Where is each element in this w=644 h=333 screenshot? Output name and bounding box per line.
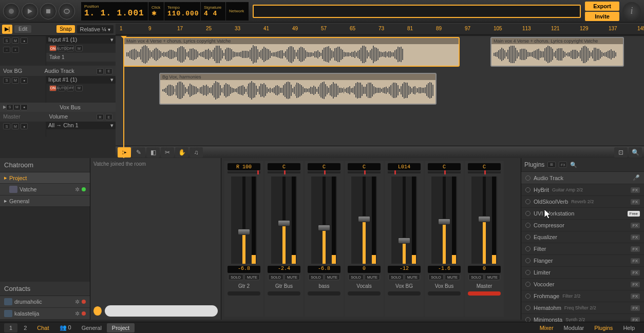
plugin-item[interactable]: HematohmFreq Shifter 2/2FX (521, 302, 644, 314)
channel-bar[interactable] (268, 291, 300, 296)
info-button[interactable]: i (622, 2, 641, 21)
zoom-fit[interactable]: ⊡ (614, 147, 628, 158)
fader[interactable] (471, 177, 497, 264)
channel-bar[interactable] (388, 291, 421, 296)
audio-clip[interactable]: Main vox 4 Verse + chorus. Lyrics copyri… (490, 37, 624, 67)
solo-button[interactable]: SOLO (268, 274, 283, 280)
power-icon[interactable] (525, 270, 531, 275)
plugin-item[interactable]: CompressorFX (521, 220, 644, 231)
on-btn[interactable]: ON (49, 45, 56, 51)
zoom-tool[interactable]: 🔍 (629, 147, 642, 158)
contact-item[interactable]: kalastelija✲ (0, 308, 90, 320)
mute-button[interactable]: MUTE (325, 274, 340, 280)
input-select[interactable]: Input #1 (1)▾ (46, 36, 116, 44)
plugin-item[interactable]: EqualizerFX (521, 231, 644, 243)
status-general[interactable]: General (77, 323, 107, 332)
fader[interactable] (311, 177, 337, 264)
position-value[interactable]: 1. 1. 1.001 (84, 9, 145, 18)
channel-bar[interactable] (348, 291, 381, 296)
playhead[interactable] (123, 36, 124, 158)
play-button[interactable] (22, 3, 38, 19)
pencil-tool[interactable]: ✎ (132, 147, 145, 158)
plugin-item[interactable]: FrohmageFilter 2/2FX (521, 290, 644, 302)
mute-button[interactable]: MUTE (244, 274, 260, 280)
power-icon[interactable] (525, 258, 531, 263)
plus-btn[interactable]: + (12, 47, 19, 53)
status-chat[interactable]: Chat (32, 323, 54, 332)
plugin-item[interactable]: HyBritGuitar Amp 2/2FX (521, 184, 644, 196)
fader[interactable] (231, 177, 257, 264)
pan-display[interactable]: C (468, 163, 501, 170)
power-icon[interactable] (525, 282, 531, 287)
route-select[interactable]: All → Chn 1▾ (46, 122, 116, 129)
cut-tool[interactable]: ✂ (161, 147, 174, 158)
mute-button[interactable]: MUTE (445, 274, 460, 280)
track-header[interactable]: Master Volume R E (0, 112, 116, 122)
power-icon[interactable] (525, 246, 531, 251)
track-header[interactable]: ▶ S M ● Vox Bus (0, 103, 116, 112)
tempo-value[interactable]: 110.000 (167, 10, 197, 17)
rec-btn[interactable]: ● (21, 37, 28, 44)
power-icon[interactable] (525, 293, 531, 299)
minus-btn[interactable]: − (3, 47, 10, 53)
status-mixer[interactable]: Mixer (535, 323, 559, 332)
pan-display[interactable]: C (268, 163, 300, 170)
export-button[interactable]: Export (585, 2, 619, 11)
pan-display[interactable]: C (308, 163, 340, 170)
power-icon[interactable] (525, 305, 531, 310)
plugins-view-icon[interactable]: ⊞ (547, 162, 556, 168)
power-icon[interactable] (525, 223, 531, 228)
status-tab-1[interactable]: 1 (4, 323, 17, 332)
pan-display[interactable]: C (348, 163, 381, 170)
solo-button[interactable]: SOLO (308, 274, 324, 280)
audio-clip[interactable]: Main vox 4 Verse + chorus. Lyrics copyri… (123, 37, 460, 67)
channel-bar[interactable] (428, 291, 461, 296)
mute-btn[interactable]: M (12, 37, 19, 44)
status-plugins[interactable]: Plugins (589, 323, 618, 332)
chat-input[interactable] (105, 305, 218, 317)
timeline-overview[interactable] (253, 5, 581, 18)
status-tab-2[interactable]: 2 (18, 323, 32, 332)
status-project[interactable]: Project (107, 323, 135, 332)
snap-toggle[interactable]: Snap (56, 25, 74, 33)
note-tool[interactable]: ♫ (190, 147, 203, 158)
fader[interactable] (351, 177, 377, 264)
channel-bar[interactable] (228, 291, 260, 296)
power-icon[interactable] (525, 175, 531, 181)
fader[interactable] (431, 177, 457, 264)
power-icon[interactable] (525, 211, 531, 216)
status-modular[interactable]: Modular (559, 323, 590, 332)
pan-display[interactable]: L014 (388, 163, 421, 170)
plugin-item[interactable]: FlangerFX (521, 255, 644, 267)
solo-button[interactable]: SOLO (388, 274, 404, 280)
fader[interactable] (271, 177, 297, 264)
plugin-item[interactable]: OldSkoolVerbReverb 2/2FX (521, 196, 644, 208)
chatroom-user[interactable]: Vatche ✲ (0, 184, 90, 195)
stop-button[interactable] (40, 3, 56, 19)
search-icon[interactable]: 🔍 (570, 162, 577, 168)
solo-btn[interactable]: S (3, 37, 10, 44)
eraser-tool[interactable]: ◧ (146, 147, 160, 158)
hand-tool[interactable]: ✋ (175, 147, 188, 158)
ruler[interactable]: 1917253341495765738189971051131211291371… (116, 24, 644, 35)
mute-button[interactable]: MUTE (285, 274, 300, 280)
solo-button[interactable]: SOLO (468, 274, 484, 280)
status-help[interactable]: Help (618, 323, 640, 332)
invite-button[interactable]: Invite (585, 12, 619, 21)
channel-bar[interactable] (468, 291, 501, 296)
pan-display[interactable]: C (428, 163, 461, 170)
mute-button[interactable]: MUTE (485, 274, 500, 280)
emoji-icon[interactable] (93, 306, 102, 316)
loop-button[interactable] (59, 3, 75, 19)
rec-toggle[interactable]: R (97, 68, 104, 74)
signature-value[interactable]: 4 4 (204, 10, 222, 17)
power-icon[interactable] (525, 187, 531, 192)
edit-button[interactable]: Edit (14, 25, 31, 33)
status-users[interactable]: 👥 0 (54, 323, 77, 332)
power-icon[interactable] (525, 199, 531, 204)
channel-bar[interactable] (308, 291, 340, 296)
solo-button[interactable]: SOLO (228, 274, 243, 280)
mute-button[interactable]: MUTE (405, 274, 420, 280)
fader[interactable] (391, 177, 417, 264)
input-select[interactable]: Input #1 (1)▾ (46, 76, 116, 84)
